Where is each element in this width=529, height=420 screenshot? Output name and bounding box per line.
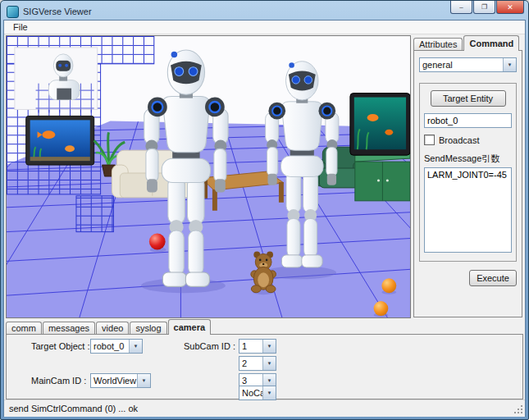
close-icon: ✕ [507,3,513,11]
red-ball[interactable] [149,234,166,250]
target-entity-input[interactable] [424,113,512,128]
dropdown-arrow-icon: ▼ [503,58,516,71]
maximize-button[interactable]: ❐ [473,1,495,14]
orange-ball-1[interactable] [381,278,396,293]
cabinet[interactable] [355,152,410,201]
target-object-label: Target Object : [31,341,90,351]
command-group-box: Target Entity Broadcast SendMessage引数 LA… [419,83,517,262]
3d-viewport[interactable] [6,35,411,318]
dropdown-arrow-icon: ▼ [262,357,276,370]
camera-tab-page: Target Object : robot_0 ▼ SubCam ID : 1 … [6,334,523,399]
resize-grip[interactable] [513,404,523,414]
dropdown-arrow-icon: ▼ [137,374,150,387]
broadcast-row: Broadcast [424,135,512,145]
broadcast-checkbox[interactable] [424,135,435,145]
execute-button[interactable]: Execute [469,270,517,286]
app-icon [7,6,19,18]
status-bar: send SimCtrlCommand (0) ... ok [4,399,525,417]
command-category-select[interactable]: general ▼ [419,57,517,72]
maincam-select[interactable]: WorldView ▼ [90,373,151,388]
tab-command[interactable]: Command [463,35,519,51]
command-category-value: general [420,58,503,71]
tab-attributes[interactable]: Attributes [413,38,463,50]
menu-bar: File [4,21,525,34]
bottom-panel-tabs: comm messages video syslog camera [6,319,523,334]
tab-syslog[interactable]: syslog [130,322,166,334]
subcam-select-2[interactable]: 2 ▼ [239,356,276,371]
subcam-label: SubCam ID : [184,341,235,351]
command-tab-page: general ▼ Target Entity Broadcast SendMe… [413,50,522,317]
subcam-select-nocam[interactable]: NoCam ▼ [239,386,276,400]
subcam-select-1[interactable]: 1 ▼ [239,339,276,354]
target-object-select[interactable]: robot_0 ▼ [90,339,143,354]
main-area: Attributes Command general ▼ Target Enti… [4,34,525,319]
status-text: send SimCtrlCommand (0) ... ok [9,404,138,413]
bottom-panel: comm messages video syslog camera Target… [4,319,525,399]
minimize-icon: – [459,3,463,11]
sendmessage-label: SendMessage引数 [424,153,512,165]
tab-camera[interactable]: camera [168,319,212,335]
broadcast-label: Broadcast [439,135,480,145]
tab-video[interactable]: video [96,322,129,334]
wireframe-box [76,196,113,232]
right-panel-tabs: Attributes Command [413,35,522,50]
window-title: SIGVerse Viewer [23,7,92,16]
dropdown-arrow-icon: ▼ [129,340,142,353]
sendmessage-textarea[interactable]: LARM_JOINT0=-45 [424,167,512,253]
tv-left[interactable] [26,116,94,165]
command-panel: Attributes Command general ▼ Target Enti… [411,35,523,318]
caption-buttons: – ❐ ✕ [449,1,524,14]
orange-ball-2[interactable] [374,301,389,316]
menu-file[interactable]: File [7,21,34,34]
title-bar[interactable]: SIGVerse Viewer – ❐ ✕ [3,3,526,20]
dropdown-arrow-icon: ▼ [262,386,276,399]
3d-scene-canvas[interactable] [7,36,410,317]
maximize-icon: ❐ [481,3,487,11]
sigverse-viewer-window: SIGVerse Viewer – ❐ ✕ File [0,0,529,420]
tv-right[interactable] [350,94,410,156]
target-entity-button[interactable]: Target Entity [431,90,506,107]
close-button[interactable]: ✕ [496,1,524,14]
dropdown-arrow-icon: ▼ [262,340,276,353]
maincam-label: MainCam ID : [31,376,86,386]
tab-messages[interactable]: messages [43,322,95,334]
minimize-button[interactable]: – [450,1,472,14]
tab-comm[interactable]: comm [6,322,42,334]
